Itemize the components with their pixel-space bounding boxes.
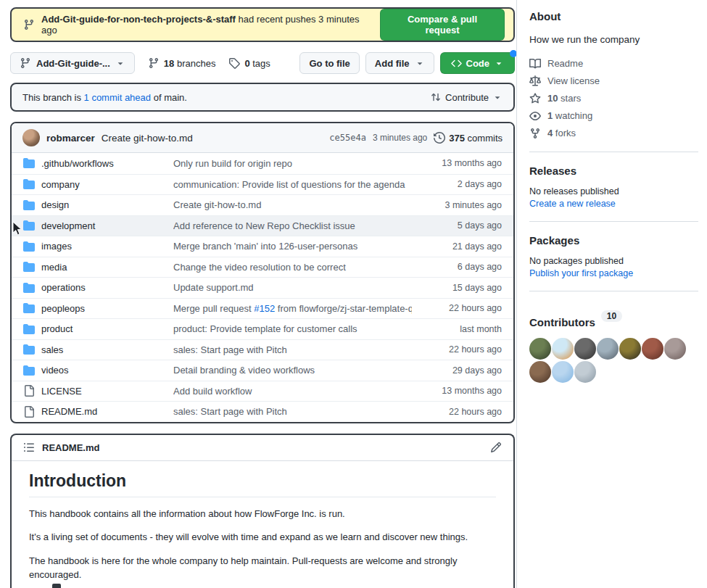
compare-pull-request-button[interactable]: Compare & pull request	[380, 9, 505, 41]
commit-message-text: from flowforge/zj-star-template-question…	[275, 303, 412, 314]
sidebar-about-link[interactable]: 1 watching	[529, 110, 698, 122]
file-commit-message[interactable]: Only run build for origin repo	[173, 158, 412, 169]
file-commit-message[interactable]: Create git-how-to.md	[173, 199, 412, 210]
repo-toolbar: Add-Git-guide-... 18 branches 0 tags Go …	[10, 52, 515, 74]
commit-sha-link[interactable]: ce55e4a	[329, 133, 366, 143]
code-dropdown-button[interactable]: Code	[440, 52, 516, 74]
file-row[interactable]: companycommunication: Provide list of qu…	[12, 174, 513, 195]
add-file-dropdown[interactable]: Add file	[365, 52, 434, 74]
pr-number-link[interactable]: #152	[254, 303, 275, 314]
contributor-avatar[interactable]	[574, 338, 596, 360]
releases-empty-text: No releases published	[529, 186, 698, 196]
file-name-link[interactable]: sales	[41, 344, 63, 355]
commit-history-link[interactable]: 375 commits	[434, 132, 503, 144]
git-branch-icon	[20, 57, 31, 69]
contributor-avatar[interactable]	[642, 338, 663, 360]
file-name-link[interactable]: README.md	[41, 406, 97, 417]
file-row[interactable]: LICENSEAdd build workflow13 months ago	[12, 381, 513, 402]
packages-empty-text: No packages published	[529, 256, 698, 266]
folder-icon	[23, 157, 35, 169]
list-outline-icon[interactable]	[23, 442, 35, 453]
file-commit-message[interactable]: Merge pull request #152 from flowforge/z…	[173, 303, 412, 314]
file-commit-message[interactable]: Merge branch 'main' into 126-user-person…	[173, 241, 412, 252]
contributor-avatar[interactable]	[552, 361, 574, 383]
go-to-file-button[interactable]: Go to file	[299, 52, 359, 74]
branches-link[interactable]: 18 branches	[148, 57, 216, 69]
branch-status-bar: This branch is 1 commit ahead of main. C…	[10, 83, 515, 112]
tags-link[interactable]: 0 tags	[228, 57, 270, 69]
readme-filename[interactable]: README.md	[42, 442, 99, 453]
file-commit-message[interactable]: sales: Start page with Pitch	[173, 344, 412, 355]
file-row[interactable]: operationsUpdate support.md15 days ago	[12, 277, 513, 298]
about-section: About How we run the company ReadmeView …	[529, 10, 698, 139]
sidebar-about-link[interactable]: Readme	[529, 58, 698, 70]
folder-icon	[23, 178, 35, 190]
file-name-link[interactable]: product	[41, 323, 73, 334]
file-row[interactable]: peopleopsMerge pull request #152 from fl…	[12, 298, 513, 319]
releases-section: Releases No releases published Create a …	[529, 165, 698, 209]
file-name-link[interactable]: LICENSE	[41, 386, 82, 397]
file-name-link[interactable]: peopleops	[41, 303, 85, 314]
commit-author-link[interactable]: robmarcer	[46, 133, 95, 144]
branches-tags-links: 18 branches 0 tags	[148, 57, 270, 69]
sidebar-about-link[interactable]: 4 forks	[529, 128, 698, 139]
sidebar-about-link[interactable]: View license	[529, 75, 698, 87]
contributor-avatar[interactable]	[664, 338, 686, 360]
commit-author-avatar[interactable]	[22, 129, 40, 146]
file-row[interactable]: README.mdsales: Start page with Pitch22 …	[12, 401, 513, 422]
file-row[interactable]: designCreate git-how-to.md3 minutes ago	[12, 194, 513, 215]
tag-icon	[228, 57, 240, 69]
contributor-avatar[interactable]	[552, 338, 574, 360]
file-row[interactable]: developmentAdd reference to New Repo Che…	[12, 215, 513, 236]
file-row[interactable]: imagesMerge branch 'main' into 126-user-…	[12, 236, 513, 257]
file-name-link[interactable]: media	[41, 262, 67, 273]
sidebar-divider	[529, 152, 698, 152]
file-commit-time: 22 hours ago	[412, 344, 513, 355]
repo-description: How we run the company	[529, 33, 698, 47]
create-release-link[interactable]: Create a new release	[529, 199, 698, 209]
file-row[interactable]: productproduct: Provide template for cus…	[12, 318, 513, 339]
file-name-cell: product	[12, 323, 173, 335]
file-name-link[interactable]: design	[41, 199, 69, 210]
sidebar-link-label: Readme	[547, 58, 583, 69]
file-commit-message[interactable]: Add build workflow	[173, 386, 412, 397]
contributor-avatar[interactable]	[574, 361, 596, 383]
sidebar-divider	[529, 291, 698, 291]
file-commit-message[interactable]: product: Provide template for customer c…	[173, 323, 412, 334]
file-commit-message[interactable]: sales: Start page with Pitch	[173, 406, 412, 417]
file-name-link[interactable]: company	[41, 179, 80, 190]
file-row[interactable]: .github/workflowsOnly run build for orig…	[12, 153, 513, 174]
file-row[interactable]: salessales: Start page with Pitch22 hour…	[12, 339, 513, 360]
file-name-link[interactable]: videos	[41, 365, 69, 376]
contributor-avatar[interactable]	[597, 338, 619, 360]
file-name-cell: peopleops	[12, 302, 173, 314]
file-commit-message[interactable]: communication: Provide list of questions…	[173, 179, 412, 190]
chevron-down-icon	[415, 58, 425, 68]
commit-ahead-link[interactable]: 1 commit ahead	[84, 92, 152, 103]
file-commit-message[interactable]: Add reference to New Repo Checklist issu…	[173, 220, 412, 231]
publish-package-link[interactable]: Publish your first package	[529, 268, 698, 278]
contributor-avatar[interactable]	[529, 361, 551, 383]
edit-pencil-icon[interactable]	[490, 442, 502, 453]
file-name-link[interactable]: development	[41, 220, 95, 231]
readme-paragraph: It's a living set of documents - they wi…	[29, 530, 473, 544]
packages-title: Packages	[529, 234, 698, 247]
file-commit-message[interactable]: Update support.md	[173, 282, 412, 293]
branch-selector-dropdown[interactable]: Add-Git-guide-...	[10, 52, 135, 74]
file-row[interactable]: videosDetail branding & video workflows2…	[12, 360, 513, 381]
file-name-cell: company	[12, 178, 173, 190]
file-name-link[interactable]: operations	[41, 282, 86, 293]
contributor-avatar[interactable]	[529, 338, 551, 360]
file-commit-time: 29 days ago	[412, 365, 513, 376]
file-commit-message[interactable]: Detail branding & video workflows	[173, 365, 412, 376]
contribute-dropdown[interactable]: Contribute	[430, 91, 503, 103]
file-name-link[interactable]: .github/workflows	[41, 158, 114, 169]
file-commit-message[interactable]: Change the video resolution to be correc…	[173, 262, 412, 273]
sidebar-about-link[interactable]: 10 stars	[529, 93, 698, 104]
commit-message-link[interactable]: Create git-how-to.md	[102, 133, 193, 144]
file-name-link[interactable]: images	[41, 241, 72, 252]
file-row[interactable]: mediaChange the video resolution to be c…	[12, 257, 513, 278]
sidebar-link-label: View license	[547, 75, 600, 86]
contributor-avatar[interactable]	[619, 338, 641, 360]
file-name-cell: LICENSE	[12, 385, 173, 397]
